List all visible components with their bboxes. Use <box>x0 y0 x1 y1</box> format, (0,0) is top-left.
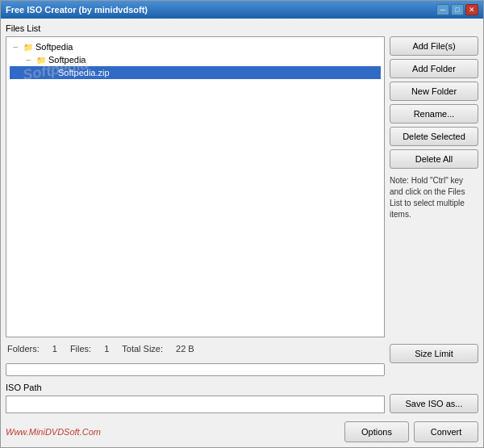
tree-label-root: Softpedia <box>35 42 73 52</box>
folder-icon-child: 📁 <box>35 54 47 65</box>
size-limit-bar <box>6 363 385 376</box>
iso-path-section: ISO Path <box>6 383 385 413</box>
iso-path-row <box>6 396 385 413</box>
minimize-button[interactable]: ─ <box>436 4 449 15</box>
maximize-button[interactable]: □ <box>451 4 464 15</box>
size-limit-row <box>6 363 385 376</box>
size-limit-button[interactable]: Size Limit <box>390 344 478 363</box>
options-button[interactable]: Options <box>344 421 409 442</box>
expand-icon-root: ─ <box>10 41 21 52</box>
new-folder-button[interactable]: New Folder <box>390 82 478 101</box>
folders-label: Folders: <box>7 344 40 354</box>
files-value: 1 <box>104 344 109 354</box>
note-box: Note: Hold "Ctrl" key and click on the F… <box>390 175 478 220</box>
folders-value: 1 <box>52 344 57 354</box>
add-files-button[interactable]: Add File(s) <box>390 36 478 56</box>
rename-button[interactable]: Rename... <box>390 104 478 124</box>
window-body: Files List Softpedia ─ 📁 Softpedia ─ 📁 S… <box>1 19 483 447</box>
main-area: Softpedia ─ 📁 Softpedia ─ 📁 Softpedia <box>6 36 478 413</box>
files-list-label: Files List <box>6 23 478 33</box>
delete-all-button[interactable]: Delete All <box>390 149 478 169</box>
bottom-bar: Www.MiniDVDSoft.Com Options Convert <box>6 418 478 442</box>
bottom-buttons: Options Convert <box>344 421 478 442</box>
add-folder-button[interactable]: Add Folder <box>390 59 478 78</box>
tree-item-softpedia-root[interactable]: ─ 📁 Softpedia <box>10 40 381 53</box>
note-text: Note: Hold "Ctrl" key and click on the F… <box>390 176 465 219</box>
stats-bar: Folders: 1 Files: 1 Total Size: 22 B <box>6 341 385 357</box>
website-link: Www.MiniDVDSoft.Com <box>6 427 101 437</box>
iso-path-label: ISO Path <box>6 383 385 392</box>
left-panel: Softpedia ─ 📁 Softpedia ─ 📁 Softpedia <box>6 36 385 413</box>
file-icon: 🗋 <box>45 67 56 78</box>
close-button[interactable]: ✕ <box>465 4 478 15</box>
convert-button[interactable]: Convert <box>414 421 478 442</box>
tree-label-file: Softpedia.zip <box>58 68 110 77</box>
right-panel: Add File(s) Add Folder New Folder Rename… <box>390 36 478 413</box>
files-label: Files: <box>70 344 91 354</box>
expand-icon-child: ─ <box>23 54 34 65</box>
save-iso-button[interactable]: Save ISO as... <box>390 394 478 413</box>
window-title: Free ISO Creator (by minidvdsoft) <box>6 5 148 15</box>
total-label: Total Size: <box>122 344 163 354</box>
folder-icon-root: 📁 <box>23 41 34 52</box>
tree-item-file[interactable]: 🗋 Softpedia.zip <box>10 66 381 79</box>
main-window: Free ISO Creator (by minidvdsoft) ─ □ ✕ … <box>0 0 484 448</box>
tree-label-child: Softpedia <box>48 55 86 65</box>
title-bar-controls: ─ □ ✕ <box>436 4 478 15</box>
iso-path-input[interactable] <box>6 396 385 413</box>
delete-selected-button[interactable]: Delete Selected <box>390 127 478 146</box>
title-bar: Free ISO Creator (by minidvdsoft) ─ □ ✕ <box>1 1 483 19</box>
file-spacer <box>35 67 44 78</box>
tree-item-softpedia-child[interactable]: ─ 📁 Softpedia <box>10 53 381 66</box>
total-value: 22 B <box>176 344 194 354</box>
file-tree[interactable]: Softpedia ─ 📁 Softpedia ─ 📁 Softpedia <box>6 36 385 337</box>
